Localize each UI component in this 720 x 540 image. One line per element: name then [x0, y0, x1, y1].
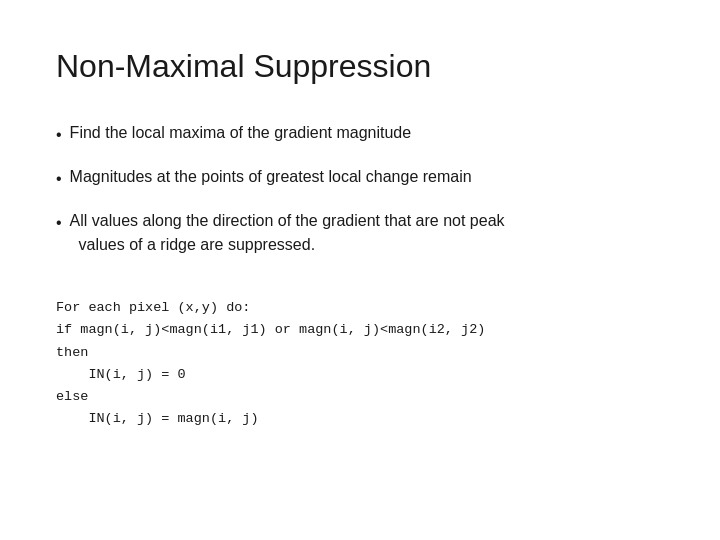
bullet-dot-3: • — [56, 211, 62, 235]
code-block: For each pixel (x,y) do: if magn(i, j)<m… — [56, 297, 664, 431]
slide-container: Non-Maximal Suppression • Find the local… — [0, 0, 720, 540]
bullet-item-1: • Find the local maxima of the gradient … — [56, 121, 664, 147]
bullet-dot-2: • — [56, 167, 62, 191]
bullet-text-3: All values along the direction of the gr… — [70, 209, 664, 257]
bullet-text-1: Find the local maxima of the gradient ma… — [70, 121, 664, 145]
bullet-item-3: • All values along the direction of the … — [56, 209, 664, 257]
bullet-text-2: Magnitudes at the points of greatest loc… — [70, 165, 664, 189]
slide-title: Non-Maximal Suppression — [56, 48, 664, 85]
bullet-dot-1: • — [56, 123, 62, 147]
bullet-list: • Find the local maxima of the gradient … — [56, 121, 664, 257]
bullet-item-2: • Magnitudes at the points of greatest l… — [56, 165, 664, 191]
